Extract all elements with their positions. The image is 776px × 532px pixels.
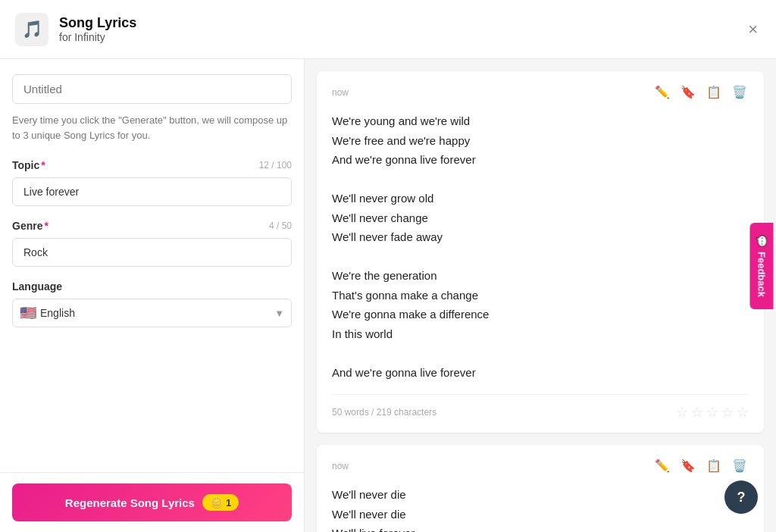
- main-layout: Every time you click the "Generate" butt…: [0, 59, 776, 532]
- language-label: Language: [12, 280, 62, 293]
- copy-button-1[interactable]: 📋: [705, 83, 723, 101]
- right-panel: now ✏️ 🔖 📋 🗑️ We're young and we're wild…: [305, 59, 776, 532]
- feedback-tab[interactable]: 💬 Feedback: [750, 223, 774, 309]
- card-1-word-count: 50 words / 219 characters: [332, 407, 436, 418]
- card-1-footer: 50 words / 219 characters ☆ ☆ ☆ ☆ ☆: [332, 394, 749, 421]
- genre-label: Genre*: [12, 220, 48, 232]
- regenerate-button[interactable]: Regenerate Song Lyrics 🪙 1: [12, 483, 292, 521]
- edit-button-1[interactable]: ✏️: [653, 83, 671, 101]
- lyrics-card-1: now ✏️ 🔖 📋 🗑️ We're young and we're wild…: [317, 71, 764, 433]
- card-1-timestamp: now: [332, 87, 349, 98]
- close-button[interactable]: ×: [745, 17, 761, 42]
- bottom-area: Regenerate Song Lyrics 🪙 1: [0, 472, 304, 532]
- title-input[interactable]: [12, 74, 292, 104]
- genre-counter: 4 / 50: [269, 221, 292, 231]
- app-header: 🎵 Song Lyrics for Infinity ×: [0, 0, 776, 59]
- topic-label: Topic*: [12, 159, 45, 171]
- card-2-actions: ✏️ 🔖 📋 🗑️: [653, 457, 749, 474]
- app-title: Song Lyrics: [59, 15, 136, 31]
- coin-badge: 🪙 1: [202, 494, 239, 511]
- copy-button-2[interactable]: 📋: [705, 457, 723, 474]
- description-text: Every time you click the "Generate" butt…: [12, 113, 292, 142]
- card-2-header: now ✏️ 🔖 📋 🗑️: [332, 457, 749, 474]
- card-1-star-rating[interactable]: ☆ ☆ ☆ ☆ ☆: [676, 404, 749, 421]
- edit-button-2[interactable]: ✏️: [653, 457, 671, 474]
- topic-counter: 12 / 100: [259, 160, 292, 171]
- language-select-wrapper: 🇺🇸 English Spanish French German ▼: [12, 299, 292, 327]
- genre-input[interactable]: [12, 238, 292, 267]
- language-flag: 🇺🇸: [20, 305, 36, 321]
- delete-button-2[interactable]: 🗑️: [731, 457, 749, 474]
- app-subtitle: for Infinity: [59, 31, 136, 43]
- delete-button-1[interactable]: 🗑️: [731, 83, 749, 101]
- bookmark-button-1[interactable]: 🔖: [679, 83, 697, 101]
- card-2-lyrics: We'll never die We'll never die We'll li…: [332, 485, 749, 532]
- coin-count: 1: [226, 497, 231, 509]
- regenerate-label: Regenerate Song Lyrics: [65, 496, 195, 509]
- card-2-timestamp: now: [332, 461, 349, 471]
- topic-input[interactable]: [12, 177, 292, 206]
- bookmark-button-2[interactable]: 🔖: [679, 457, 697, 474]
- help-label: ?: [737, 490, 746, 505]
- left-panel: Every time you click the "Generate" butt…: [0, 59, 305, 532]
- star-1-3[interactable]: ☆: [706, 404, 718, 421]
- card-1-header: now ✏️ 🔖 📋 🗑️: [332, 83, 749, 101]
- star-1-4[interactable]: ☆: [721, 404, 734, 421]
- help-button[interactable]: ?: [724, 480, 758, 514]
- header-left: 🎵 Song Lyrics for Infinity: [15, 13, 136, 46]
- genre-label-row: Genre* 4 / 50: [12, 220, 292, 232]
- star-1-5[interactable]: ☆: [737, 404, 749, 421]
- card-1-lyrics: We're young and we're wild We're free an…: [332, 111, 749, 382]
- star-1-2[interactable]: ☆: [691, 404, 703, 421]
- feedback-icon: 💬: [756, 235, 768, 247]
- lyrics-card-2: now ✏️ 🔖 📋 🗑️ We'll never die We'll neve…: [317, 445, 764, 532]
- star-1-1[interactable]: ☆: [676, 404, 688, 421]
- card-1-actions: ✏️ 🔖 📋 🗑️: [653, 83, 749, 101]
- feedback-label: Feedback: [756, 252, 768, 297]
- header-title-block: Song Lyrics for Infinity: [59, 15, 136, 43]
- app-icon: 🎵: [15, 13, 48, 46]
- topic-label-row: Topic* 12 / 100: [12, 159, 292, 171]
- coin-icon: 🪙: [210, 496, 223, 509]
- language-select[interactable]: English Spanish French German: [12, 299, 292, 327]
- language-label-row: Language: [12, 280, 292, 293]
